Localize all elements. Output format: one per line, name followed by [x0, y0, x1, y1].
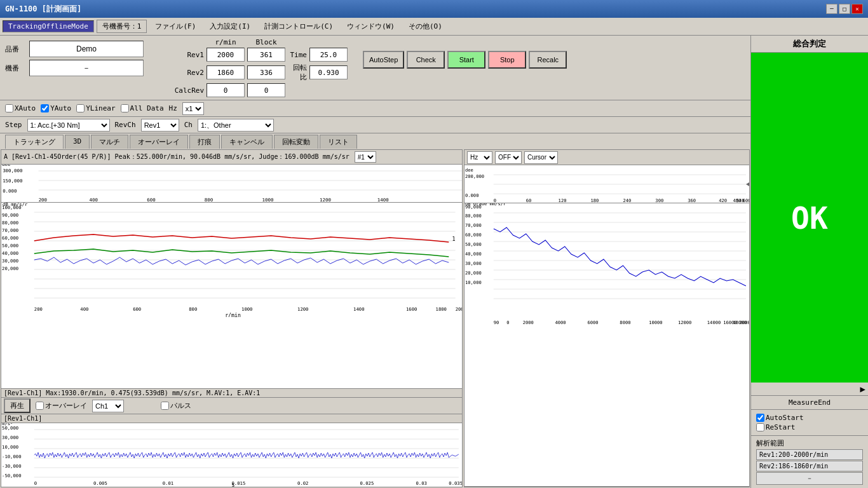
svg-text:600: 600 — [147, 197, 155, 203]
ylinear-checkbox[interactable] — [76, 104, 85, 112]
start-button[interactable]: Start — [447, 51, 485, 69]
off-select[interactable]: OFF ON — [495, 151, 522, 164]
svg-text:150,000: 150,000 — [3, 178, 22, 184]
restart-checkbox[interactable] — [756, 423, 764, 431]
svg-text:200: 200 — [34, 306, 43, 312]
close-button[interactable]: ✕ — [851, 4, 863, 14]
right-charts: Hz rpm OFF ON Cursor Cross — [464, 149, 750, 487]
maximize-button[interactable]: □ — [839, 4, 850, 14]
time-label: Time — [288, 51, 307, 59]
hz-mode-select[interactable]: Hz rpm — [467, 151, 492, 164]
hz-select[interactable]: x1 x2 x4 — [182, 102, 204, 115]
title-buttons: ─ □ ✕ — [826, 4, 863, 14]
menu-input[interactable]: 入力設定(I) — [204, 20, 256, 33]
pulse-checkbox[interactable] — [161, 402, 169, 410]
mode-badge: TrackingOfflineMode — [3, 20, 94, 32]
unit-badge: 号機番号：1 — [97, 20, 147, 33]
overlay-checkbox[interactable] — [36, 402, 44, 410]
tab-campbell[interactable]: キャンベル — [221, 135, 273, 149]
svg-text:0: 0 — [506, 320, 509, 325]
ylinear-label: YLinear — [76, 104, 115, 112]
svg-text:200,000: 200,000 — [465, 173, 484, 179]
svg-text:0.02: 0.02 — [297, 480, 308, 486]
analysis-dash: － — [756, 472, 863, 485]
chart-info-text: A [Rev1-Ch1-45Order(45 P/R)] Peak：525.00… — [4, 152, 349, 161]
svg-text:40,000: 40,000 — [2, 250, 18, 256]
svg-text:1000: 1000 — [241, 306, 252, 312]
machine-num-input[interactable] — [29, 60, 144, 76]
stop-button[interactable]: Stop — [488, 51, 526, 69]
ok-status: OK — [751, 53, 868, 383]
menu-file[interactable]: ファイル(F) — [149, 20, 201, 33]
svg-text:90,000: 90,000 — [2, 212, 18, 218]
menu-bar: TrackingOfflineMode 号機番号：1 ファイル(F) 入力設定(… — [0, 18, 868, 36]
svg-text:1800: 1800 — [436, 306, 447, 312]
svg-text:0.025: 0.025 — [360, 480, 374, 486]
svg-text:0.000: 0.000 — [465, 193, 478, 198]
minimize-button[interactable]: ─ — [826, 4, 837, 14]
time-value: 25.0 — [309, 48, 348, 62]
yauto-checkbox[interactable] — [41, 104, 49, 112]
svg-text:1400: 1400 — [353, 306, 364, 312]
rev1-rmin: 2000 — [207, 48, 245, 62]
chart-num-select[interactable]: #1 — [355, 151, 376, 163]
svg-text:40,000: 40,000 — [465, 251, 482, 257]
rmin-header: r/min — [207, 38, 245, 46]
right-sidebar: 総合判定 OK ▶ MeasureEnd AutoStart ReStart 解… — [750, 36, 868, 488]
tab-tracking[interactable]: トラッキング — [5, 135, 64, 149]
machine-num-label: 機番 — [5, 64, 24, 73]
tab-dent[interactable]: 打痕 — [189, 135, 220, 149]
expand-arrow[interactable]: ▶ — [751, 383, 868, 395]
step-area: Step 1: Acc.[+30 Nm] RevCh Rev1 Rev2 Ch … — [0, 117, 750, 133]
cursor-select[interactable]: Cursor Cross — [524, 151, 558, 164]
svg-text:70,000: 70,000 — [465, 222, 482, 228]
sub-chart-label: [Rev1-Ch1] — [1, 414, 462, 423]
tab-multi[interactable]: マルチ — [91, 135, 128, 149]
svg-text:30,000: 30,000 — [465, 261, 482, 266]
tab-3d[interactable]: 3D — [65, 135, 90, 149]
measure-end-label: MeasureEnd — [751, 395, 868, 410]
svg-text:600: 600 — [133, 306, 141, 312]
svg-text:r/min: r/min — [225, 312, 241, 317]
menu-window[interactable]: ウィンドウ(W) — [341, 20, 400, 33]
svg-text:800: 800 — [189, 306, 197, 312]
play-button[interactable]: 再生 — [4, 398, 31, 413]
part-num-input[interactable] — [29, 41, 144, 57]
recalc-button[interactable]: Recalc — [529, 51, 567, 69]
svg-text:80,000: 80,000 — [2, 220, 18, 226]
chart-controls: Hz rpm OFF ON Cursor Cross — [465, 150, 749, 165]
autostep-button[interactable]: AutoStep — [363, 51, 404, 69]
svg-text:8000: 8000 — [620, 320, 630, 325]
tab-bar: トラッキング 3D マルチ オーバーレイ 打痕 キャンベル 回転変動 リスト — [0, 133, 750, 149]
alldata-checkbox[interactable] — [121, 104, 129, 112]
svg-text:50,000: 50,000 — [465, 241, 482, 247]
window-title: GN-1100 [計測画面] — [5, 4, 81, 15]
ch1-select[interactable]: Ch1 Ch2 — [92, 400, 124, 412]
tab-overlay[interactable]: オーバーレイ — [130, 135, 188, 149]
time-chart: 50,000 30,000 10,000 -10,000 -30,000 -50… — [1, 423, 462, 487]
svg-text:dee: dee — [2, 165, 10, 167]
menu-other[interactable]: その他(O) — [403, 20, 448, 33]
analysis-rev2: Rev2:186-1860r/min — [756, 461, 863, 471]
step-select[interactable]: 1: Acc.[+30 Nm] — [27, 119, 110, 132]
overlay-label: オーバーレイ — [36, 401, 87, 410]
svg-text:1400: 1400 — [377, 197, 389, 203]
svg-text:10,000: 10,000 — [465, 280, 482, 285]
revch-select[interactable]: Rev1 Rev2 — [141, 119, 179, 132]
pulse-label: パルス — [161, 401, 191, 410]
rev2-label: Rev2 — [169, 69, 204, 77]
ratio-value: 0.930 — [309, 65, 348, 79]
right-phase-chart: dee 200,000 0.000 0 60 120 180 — [465, 165, 749, 203]
tab-rotation[interactable]: 回転変動 — [274, 135, 318, 149]
ch-select[interactable]: 1:、Other — [198, 119, 274, 132]
xauto-checkbox[interactable] — [5, 104, 13, 112]
menu-control[interactable]: 計測コントロール(C) — [259, 20, 339, 33]
svg-text:dee: dee — [465, 167, 473, 173]
check-button[interactable]: Check — [407, 51, 445, 69]
autostart-checkbox[interactable] — [756, 414, 764, 422]
tab-list[interactable]: リスト — [320, 135, 357, 149]
svg-text:6000: 6000 — [587, 320, 598, 325]
bottom-controls: 再生 オーバーレイ Ch1 Ch2 パルス — [1, 398, 462, 414]
svg-text:2000: 2000 — [456, 306, 462, 312]
svg-text:0.005: 0.005 — [93, 480, 107, 486]
